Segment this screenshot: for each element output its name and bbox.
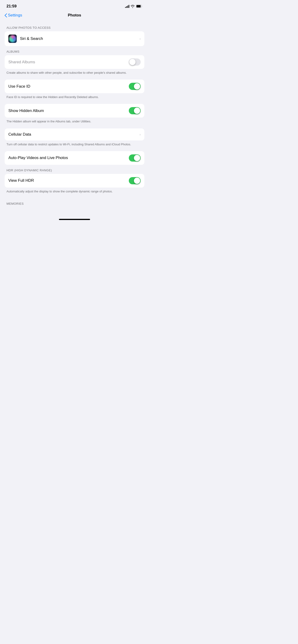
view-full-hdr-label: View Full HDR <box>8 178 34 183</box>
section-faceid: Use Face ID Face ID is required to view … <box>0 80 149 104</box>
row-siri-search[interactable]: Siri & Search › <box>5 31 144 46</box>
signal-icon <box>125 5 129 8</box>
back-button[interactable]: Settings <box>5 13 22 18</box>
autoplay-videos-label: Auto-Play Videos and Live Photos <box>8 156 68 160</box>
row-left-shared: Shared Albums <box>8 60 129 64</box>
card-albums: Shared Albums <box>5 55 144 69</box>
card-cellular: Cellular Data › <box>5 128 144 140</box>
home-bar <box>59 219 90 220</box>
svg-rect-1 <box>136 5 141 8</box>
use-face-id-toggle[interactable] <box>129 83 141 90</box>
status-time: 21:59 <box>7 4 17 8</box>
siri-orb <box>9 35 16 42</box>
section-autoplay: Auto-Play Videos and Live Photos <box>0 151 149 165</box>
view-full-hdr-toggle[interactable] <box>129 177 141 184</box>
section-header-allow-access: ALLOW PHOTOS TO ACCESS <box>0 22 149 31</box>
status-icons <box>125 5 143 8</box>
row-view-full-hdr[interactable]: View Full HDR <box>5 174 144 188</box>
hdr-footer: Automatically adjust the display to show… <box>0 188 149 198</box>
toggle-thumb-hidden <box>134 108 140 114</box>
shared-albums-label: Shared Albums <box>8 60 35 64</box>
wifi-icon <box>131 5 135 8</box>
shared-albums-footer: Create albums to share with other people… <box>0 69 149 80</box>
row-cellular-data[interactable]: Cellular Data › <box>5 128 144 140</box>
section-hidden-album: Show Hidden Album The Hidden album will … <box>0 104 149 128</box>
card-hdr: View Full HDR <box>5 174 144 188</box>
home-indicator <box>0 216 149 222</box>
toggle-thumb-hdr <box>134 178 140 184</box>
chevron-icon: › <box>139 37 141 40</box>
card-hidden-album: Show Hidden Album <box>5 104 144 118</box>
row-left-siri: Siri & Search <box>8 34 139 43</box>
row-autoplay-videos[interactable]: Auto-Play Videos and Live Photos <box>5 151 144 165</box>
section-header-hdr: HDR (HIGH DYNAMIC RANGE) <box>0 165 149 174</box>
status-bar: 21:59 <box>0 0 149 11</box>
cellular-footer: Turn off cellular data to restrict updat… <box>0 140 149 151</box>
autoplay-toggle[interactable] <box>129 154 141 162</box>
battery-icon <box>136 5 143 8</box>
card-autoplay: Auto-Play Videos and Live Photos <box>5 151 144 165</box>
row-left-hdr: View Full HDR <box>8 178 129 183</box>
row-use-face-id[interactable]: Use Face ID <box>5 80 144 93</box>
section-hdr: HDR (HIGH DYNAMIC RANGE) View Full HDR A… <box>0 165 149 198</box>
cellular-chevron-icon: › <box>139 132 141 136</box>
nav-bar: Settings Photos <box>0 11 149 20</box>
toggle-thumb <box>129 59 136 65</box>
back-label: Settings <box>8 13 22 18</box>
show-hidden-album-label: Show Hidden Album <box>8 108 44 113</box>
row-show-hidden-album[interactable]: Show Hidden Album <box>5 104 144 118</box>
section-header-memories: MEMORIES <box>0 198 149 207</box>
card-faceid: Use Face ID <box>5 80 144 93</box>
section-albums: ALBUMS Shared Albums Create albums to sh… <box>0 46 149 80</box>
siri-search-label: Siri & Search <box>20 36 43 41</box>
hidden-album-footer: The Hidden album will appear in the Albu… <box>0 118 149 128</box>
row-shared-albums[interactable]: Shared Albums <box>5 55 144 69</box>
shared-albums-toggle[interactable] <box>129 58 141 66</box>
section-memories: MEMORIES <box>0 198 149 207</box>
page-title: Photos <box>68 13 81 18</box>
faceid-footer: Face ID is required to view the Hidden a… <box>0 93 149 104</box>
toggle-thumb-autoplay <box>134 155 140 161</box>
card-allow-access: Siri & Search › <box>5 31 144 46</box>
section-allow-access: ALLOW PHOTOS TO ACCESS Siri & Search › <box>0 22 149 46</box>
settings-content: ALLOW PHOTOS TO ACCESS Siri & Search › A… <box>0 20 149 216</box>
section-cellular: Cellular Data › Turn off cellular data t… <box>0 128 149 151</box>
row-left-autoplay: Auto-Play Videos and Live Photos <box>8 156 129 160</box>
siri-app-icon <box>8 34 17 43</box>
cellular-data-label: Cellular Data <box>8 132 31 137</box>
use-face-id-label: Use Face ID <box>8 84 30 89</box>
show-hidden-album-toggle[interactable] <box>129 107 141 114</box>
toggle-thumb-faceid <box>134 83 140 90</box>
row-left-hidden: Show Hidden Album <box>8 108 129 113</box>
section-header-albums: ALBUMS <box>0 46 149 55</box>
row-left-cellular: Cellular Data <box>8 132 139 137</box>
row-left-faceid: Use Face ID <box>8 84 129 89</box>
